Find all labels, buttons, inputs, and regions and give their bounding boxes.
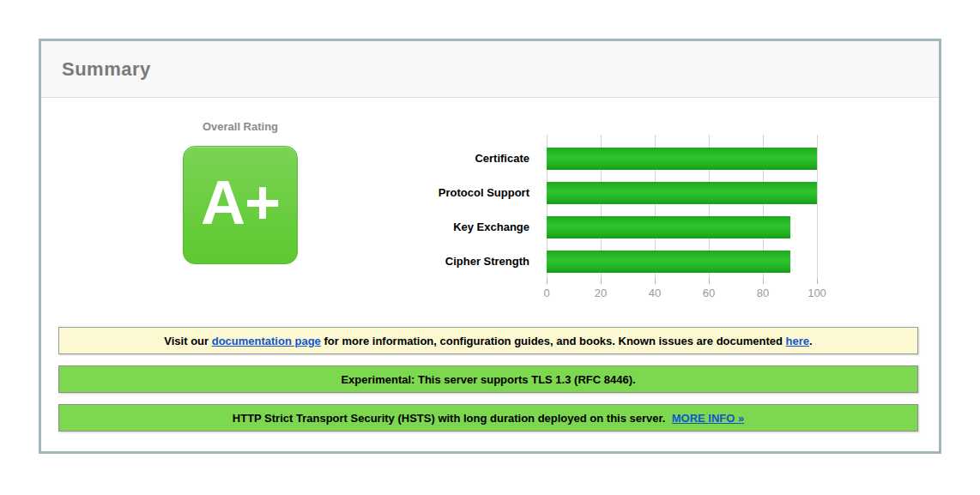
bar-key-exchange — [547, 216, 790, 238]
hsts-notice: HTTP Strict Transport Security (HSTS) wi… — [58, 404, 918, 432]
rating-bar-chart: CertificateProtocol SupportKey ExchangeC… — [324, 135, 882, 315]
tick-label-100: 100 — [808, 287, 826, 299]
tick-mark-40 — [655, 279, 656, 284]
more-info-link[interactable]: MORE INFO » — [672, 412, 745, 425]
tick-label-80: 80 — [757, 287, 769, 299]
known-issues-here-link[interactable]: here — [786, 335, 809, 347]
bar-certificate — [547, 148, 817, 170]
notice-text: Experimental: This server supports TLS 1… — [341, 373, 635, 386]
notice-text: HTTP Strict Transport Security (HSTS) wi… — [233, 412, 672, 425]
notice-text: for more information, configuration guid… — [321, 335, 786, 347]
grade-value: A+ — [201, 172, 280, 238]
bar-protocol-support — [547, 182, 817, 204]
documentation-notice: Visit our documentation page for more in… — [58, 327, 918, 354]
grade-badge: A+ — [183, 146, 298, 264]
chart-category-labels: CertificateProtocol SupportKey ExchangeC… — [324, 135, 538, 279]
chart-label-protocol-support: Protocol Support — [439, 182, 529, 204]
tick-label-40: 40 — [649, 287, 661, 299]
tick-mark-60 — [709, 279, 710, 284]
tick-label-0: 0 — [543, 287, 549, 299]
panel-body: Overall Rating A+ CertificateProtocol Su… — [41, 98, 939, 451]
tick-mark-80 — [763, 279, 764, 284]
chart-label-cipher-strength: Cipher Strength — [445, 251, 529, 273]
chart-label-certificate: Certificate — [475, 148, 529, 170]
notice-text: Visit our — [164, 335, 211, 347]
tick-label-20: 20 — [595, 287, 607, 299]
chart-plot-area — [547, 135, 817, 279]
chart-label-key-exchange: Key Exchange — [453, 216, 529, 238]
tick-mark-0 — [547, 279, 547, 284]
tick-mark-100 — [817, 279, 818, 284]
bar-cipher-strength — [547, 251, 790, 273]
panel-header: Summary — [41, 41, 939, 98]
tls13-notice: Experimental: This server supports TLS 1… — [58, 365, 918, 393]
tick-label-60: 60 — [703, 287, 715, 299]
notice-text: . — [809, 335, 813, 347]
chart-axis-ticks — [547, 279, 817, 284]
chart-axis-tick-labels: 020406080100 — [547, 287, 817, 300]
page-title: Summary — [62, 58, 151, 81]
overall-rating-block: Overall Rating A+ — [133, 121, 348, 264]
documentation-page-link[interactable]: documentation page — [212, 335, 321, 347]
summary-panel: Summary Overall Rating A+ CertificatePro… — [39, 39, 941, 454]
tick-mark-20 — [601, 279, 602, 284]
notice-list: Visit our documentation page for more in… — [58, 327, 918, 443]
overall-rating-label: Overall Rating — [133, 121, 348, 133]
